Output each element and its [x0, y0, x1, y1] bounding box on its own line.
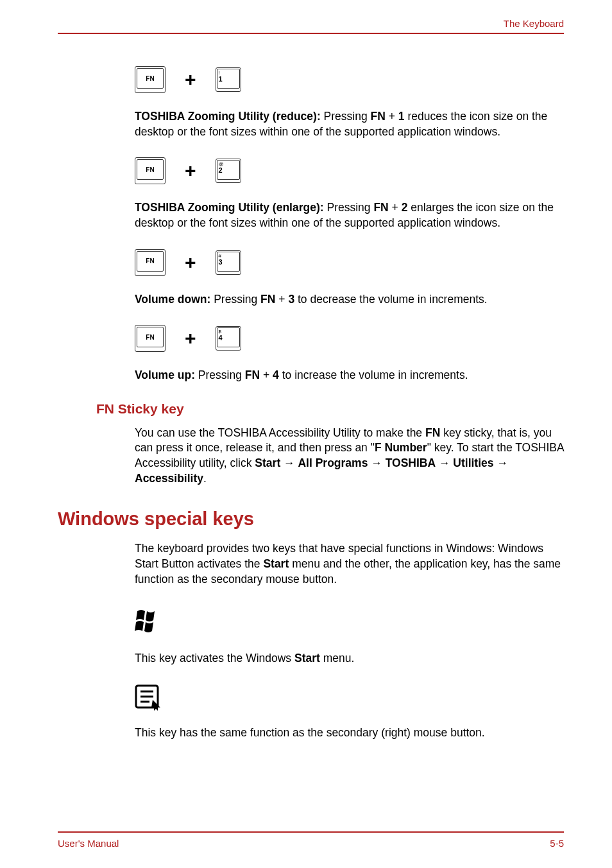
- footer-manual-label: User's Manual: [58, 838, 119, 849]
- zoom-enlarge-description: TOSHIBA Zooming Utility (enlarge): Press…: [135, 200, 564, 230]
- fn-key-icon: FN: [135, 66, 166, 93]
- fn-key-icon: FN: [135, 157, 166, 184]
- windows-content: The keyboard provides two keys that have…: [135, 541, 564, 740]
- footer: User's Manual 5-5: [58, 831, 564, 849]
- key-combo-fn-2: FN + @ 2: [135, 157, 564, 184]
- key-combo-fn-1: FN + ! 1: [135, 66, 564, 93]
- windows-keys-description: The keyboard provides two keys that have…: [135, 541, 564, 587]
- volume-up-description: Volume up: Pressing FN + 4 to increase t…: [135, 368, 564, 383]
- footer-page-number: 5-5: [550, 838, 564, 849]
- header-section-title: The Keyboard: [58, 18, 564, 29]
- application-key-icon: [135, 684, 564, 714]
- fn-key-icon: FN: [135, 325, 166, 352]
- zoom-reduce-description: TOSHIBA Zooming Utility (reduce): Pressi…: [135, 109, 564, 139]
- key-combo-fn-3: FN + # 3: [135, 249, 564, 276]
- plus-icon: +: [185, 329, 196, 348]
- fn-key-label: FN: [137, 327, 164, 347]
- windows-logo-icon: [135, 605, 564, 639]
- fn-key-icon: FN: [135, 249, 166, 276]
- fn-sticky-heading: FN Sticky key: [96, 401, 564, 417]
- app-key-description: This key has the same function as the se…: [135, 725, 564, 741]
- number-2-key-icon: @ 2: [216, 159, 241, 183]
- number-3-key-icon: # 3: [216, 250, 241, 275]
- windows-key-description: This key activates the Windows Start men…: [135, 651, 564, 666]
- content-area: FN + ! 1 TOSHIBA Zooming Utility (reduce…: [135, 66, 564, 383]
- sticky-content: You can use the TOSHIBA Accessibility Ut…: [135, 426, 564, 487]
- header-rule: The Keyboard: [58, 18, 564, 34]
- plus-icon: +: [185, 161, 196, 180]
- key-combo-fn-4: FN + $ 4: [135, 325, 564, 352]
- fn-key-label: FN: [137, 251, 164, 272]
- sticky-description: You can use the TOSHIBA Accessibility Ut…: [135, 426, 564, 487]
- number-1-key-icon: ! 1: [216, 67, 241, 92]
- number-4-key-icon: $ 4: [216, 326, 241, 351]
- plus-icon: +: [185, 253, 196, 272]
- windows-special-keys-heading: Windows special keys: [58, 508, 564, 530]
- fn-key-label: FN: [137, 159, 164, 180]
- fn-key-label: FN: [137, 68, 164, 89]
- plus-icon: +: [185, 70, 196, 89]
- volume-down-description: Volume down: Pressing FN + 3 to decrease…: [135, 292, 564, 308]
